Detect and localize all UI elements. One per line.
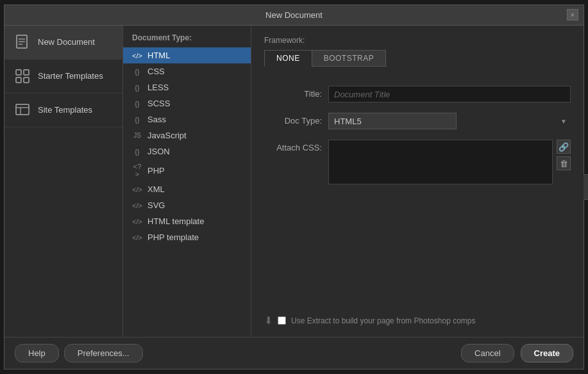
doc-type-html-template-label: HTML template bbox=[147, 216, 204, 226]
help-button[interactable]: Help bbox=[15, 344, 59, 362]
extract-checkbox[interactable] bbox=[278, 316, 286, 325]
sidebar: New Document Starter Templates bbox=[4, 26, 123, 337]
title-bar: New Document × bbox=[4, 5, 584, 26]
extract-icon: ⬇ bbox=[264, 314, 273, 327]
doc-type-javascript[interactable]: JS JavaScript bbox=[123, 127, 251, 143]
title-control bbox=[328, 86, 571, 102]
close-button[interactable]: × bbox=[567, 9, 578, 20]
doc-type-svg[interactable]: </> SVG bbox=[123, 197, 251, 213]
sidebar-label-site-templates: Site Templates bbox=[38, 105, 92, 116]
dialog-title: New Document bbox=[265, 10, 323, 20]
link-css-button[interactable]: 🔗 bbox=[557, 140, 571, 154]
bottom-left: Help Preferences... bbox=[15, 344, 143, 362]
extract-label: Use Extract to build your page from Phot… bbox=[291, 316, 475, 325]
doc-type-select[interactable]: HTML5 HTML 4.01 XHTML 1.0 bbox=[328, 113, 457, 129]
sidebar-item-starter-templates[interactable]: Starter Templates bbox=[4, 60, 122, 94]
doc-type-label: Doc Type: bbox=[264, 113, 322, 126]
doc-type-css-label: CSS bbox=[147, 67, 165, 76]
svg-rect-5 bbox=[24, 70, 29, 75]
xml-icon: </> bbox=[132, 186, 142, 193]
doc-types-header: Document Type: bbox=[123, 31, 251, 47]
doc-type-row: Doc Type: HTML5 HTML 4.01 XHTML 1.0 ▼ bbox=[264, 113, 571, 129]
doc-type-select-wrapper: HTML5 HTML 4.01 XHTML 1.0 ▼ bbox=[328, 113, 571, 129]
doc-type-html-template[interactable]: </> HTML template bbox=[123, 213, 251, 229]
bottom-right: Cancel Create bbox=[461, 344, 573, 362]
doc-type-php-template-label: PHP template bbox=[147, 232, 199, 242]
doc-type-html-label: HTML bbox=[147, 51, 170, 60]
tab-bootstrap[interactable]: BOOTSTRAP bbox=[312, 50, 387, 67]
doc-type-less-label: LESS bbox=[147, 83, 169, 92]
title-input[interactable] bbox=[328, 86, 571, 102]
doc-type-control: HTML5 HTML 4.01 XHTML 1.0 ▼ bbox=[328, 113, 571, 129]
html-icon: </> bbox=[132, 52, 142, 60]
sidebar-label-new-document: New Document bbox=[38, 37, 95, 48]
doc-type-xml-label: XML bbox=[147, 184, 165, 194]
doc-type-sass[interactable]: {} Sass bbox=[123, 111, 251, 127]
cancel-button[interactable]: Cancel bbox=[461, 344, 514, 362]
php-icon: <?> bbox=[132, 163, 142, 178]
doc-type-scss[interactable]: {} SCSS bbox=[123, 95, 251, 111]
css-textarea[interactable] bbox=[328, 140, 553, 184]
create-button[interactable]: Create bbox=[521, 344, 573, 362]
new-document-icon bbox=[13, 33, 31, 51]
doc-type-svg-label: SVG bbox=[147, 200, 165, 210]
sidebar-item-site-templates[interactable]: Site Templates bbox=[4, 94, 122, 127]
scss-icon: {} bbox=[132, 100, 142, 108]
doc-type-javascript-label: JavaScript bbox=[147, 131, 187, 140]
svg-icon: </> bbox=[132, 202, 142, 209]
css-attach-area: 🔗 🗑 bbox=[328, 140, 571, 184]
framework-section: Framework: NONE BOOTSTRAP bbox=[264, 36, 571, 67]
doc-type-json[interactable]: {} JSON bbox=[123, 143, 251, 159]
doc-type-scss-label: SCSS bbox=[147, 99, 170, 108]
attach-css-label: Attach CSS: bbox=[264, 140, 322, 152]
svg-rect-4 bbox=[16, 70, 21, 75]
doc-types-panel: Document Type: </> HTML {} CSS {} LESS {… bbox=[123, 26, 251, 337]
title-label: Title: bbox=[264, 86, 322, 99]
css-buttons: 🔗 🗑 bbox=[557, 140, 571, 170]
html-template-icon: </> bbox=[132, 218, 142, 225]
select-arrow-icon: ▼ bbox=[560, 118, 567, 125]
site-templates-icon bbox=[13, 101, 31, 119]
php-template-icon: </> bbox=[132, 234, 142, 241]
bottom-bar: Help Preferences... Cancel Create bbox=[4, 337, 584, 369]
css-icon: {} bbox=[132, 68, 142, 76]
svg-rect-6 bbox=[16, 77, 21, 83]
trash-icon: 🗑 bbox=[560, 159, 568, 168]
delete-css-button[interactable]: 🗑 bbox=[557, 156, 571, 170]
preferences-button[interactable]: Preferences... bbox=[64, 344, 143, 362]
sidebar-item-new-document[interactable]: New Document bbox=[4, 26, 122, 60]
json-icon: {} bbox=[132, 148, 142, 156]
doc-type-xml[interactable]: </> XML bbox=[123, 181, 251, 197]
title-row: Title: bbox=[264, 86, 571, 102]
attach-css-control: 🔗 🗑 bbox=[328, 140, 571, 184]
doc-type-php-label: PHP bbox=[147, 166, 165, 175]
svg-rect-8 bbox=[16, 104, 29, 115]
side-handle bbox=[584, 174, 588, 200]
less-icon: {} bbox=[132, 84, 142, 92]
javascript-icon: JS bbox=[132, 132, 142, 139]
attach-css-row: Attach CSS: 🔗 🗑 bbox=[264, 140, 571, 184]
sidebar-label-starter-templates: Starter Templates bbox=[38, 71, 103, 82]
doc-type-php[interactable]: <?> PHP bbox=[123, 159, 251, 181]
tab-none[interactable]: NONE bbox=[264, 50, 312, 67]
extract-row: ⬇ Use Extract to build your page from Ph… bbox=[264, 302, 571, 327]
doc-type-less[interactable]: {} LESS bbox=[123, 79, 251, 95]
doc-type-sass-label: Sass bbox=[147, 115, 166, 124]
new-document-dialog: New Document × New Document bbox=[4, 4, 584, 370]
starter-templates-icon bbox=[13, 67, 31, 85]
framework-label: Framework: bbox=[264, 36, 571, 45]
svg-rect-7 bbox=[24, 77, 29, 83]
framework-tabs: NONE BOOTSTRAP bbox=[264, 50, 571, 67]
link-icon: 🔗 bbox=[559, 142, 569, 152]
doc-type-css[interactable]: {} CSS bbox=[123, 63, 251, 79]
settings-panel: Framework: NONE BOOTSTRAP Title: Doc T bbox=[251, 26, 584, 337]
doc-type-json-label: JSON bbox=[147, 147, 170, 156]
dialog-content: New Document Starter Templates bbox=[4, 26, 584, 337]
sass-icon: {} bbox=[132, 116, 142, 124]
doc-type-php-template[interactable]: </> PHP template bbox=[123, 229, 251, 245]
form-section: Title: Doc Type: HTML5 HTML 4.01 XHTML 1 bbox=[264, 79, 571, 327]
doc-type-html[interactable]: </> HTML bbox=[123, 47, 251, 63]
